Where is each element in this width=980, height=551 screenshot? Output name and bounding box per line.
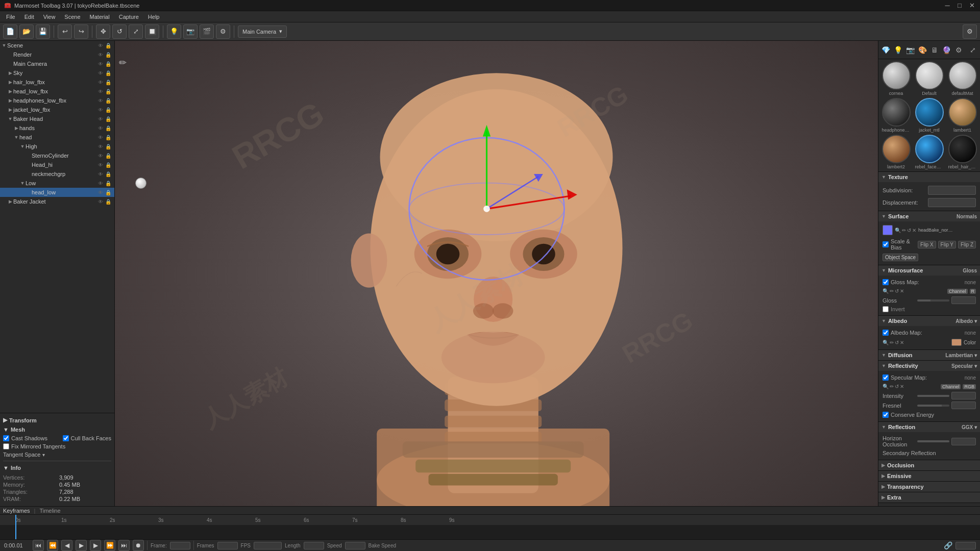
albedo-refresh-icon[interactable]: ↺ — [895, 340, 899, 345]
gloss-clear-icon[interactable]: ✕ — [900, 288, 904, 294]
swatch-item-lambert1[interactable]: lambert1 — [947, 98, 978, 133]
albedo-header[interactable]: ▼ Albedo Albedo ▾ — [878, 316, 980, 326]
swatch-item-default[interactable]: Default — [914, 61, 945, 96]
tree-item-head_folder[interactable]: ▼head👁🔒 — [0, 133, 114, 142]
rt-sphere-icon[interactable]: 💎 — [880, 43, 891, 57]
tree-lock-high[interactable]: 🔒 — [105, 144, 112, 149]
scale-bias-checkbox[interactable] — [883, 241, 889, 247]
surface-header[interactable]: ▼ Surface Normals — [878, 211, 980, 221]
tree-eye-sternocylinder[interactable]: 👁 — [98, 153, 105, 159]
paint-tool-icon[interactable]: ✏ — [119, 57, 127, 68]
tree-lock-hair_low_fbx[interactable]: 🔒 — [105, 80, 112, 85]
tree-eye-hair_low_fbx[interactable]: 👁 — [98, 80, 105, 85]
viewport[interactable]: RRCG 人人素材 RRCG 人人素材 RRCG ✏ — [115, 41, 878, 506]
intensity-value[interactable]: 1.0 — [951, 392, 976, 399]
albedo-checkbox[interactable] — [883, 330, 889, 336]
toolbar-settings[interactable]: ⚙ — [963, 24, 977, 39]
transform-header[interactable]: ▶ Transform — [3, 415, 111, 425]
tree-item-high[interactable]: ▼High👁🔒 — [0, 142, 114, 151]
conserve-checkbox[interactable] — [883, 412, 889, 418]
cull-back-faces-checkbox[interactable] — [63, 435, 69, 441]
swatch-item-lambert2[interactable]: lambert2 — [880, 135, 912, 169]
albedo-edit-icon[interactable]: ✏ — [890, 340, 894, 345]
albedo-clear-icon[interactable]: ✕ — [900, 340, 904, 345]
flip-x-btn[interactable]: Flip X — [918, 241, 936, 248]
gloss-search-icon[interactable]: 🔍 — [883, 288, 889, 294]
tree-item-baker_head[interactable]: ▼Baker Head👁🔒 — [0, 114, 114, 123]
swatch-item-jacket_mtl[interactable]: jacket_mtl — [914, 98, 945, 133]
diffusion-header[interactable]: ▼ Diffusion Lambertian ▾ — [878, 350, 980, 360]
tree-eye-main_camera[interactable]: 👁 — [98, 61, 105, 67]
normal-refresh-icon[interactable]: ↺ — [907, 228, 911, 233]
gloss-slider[interactable] — [917, 299, 950, 302]
close-btn[interactable]: ✕ — [968, 2, 976, 10]
tree-eye-baker_jacket[interactable]: 👁 — [98, 199, 105, 205]
displacement-dropdown[interactable] — [928, 198, 976, 207]
maximize-btn[interactable]: □ — [955, 2, 964, 10]
rt-bake-icon[interactable]: ⚙ — [953, 43, 964, 57]
link-value-input[interactable]: 300 — [955, 542, 976, 549]
length-input[interactable]: 10.000 — [304, 542, 324, 549]
rt-camera-icon[interactable]: 📷 — [905, 43, 916, 57]
albedo-color-swatch[interactable] — [951, 339, 962, 346]
gloss-edit-icon[interactable]: ✏ — [890, 288, 894, 294]
titlebar-controls[interactable]: ─ □ ✕ — [943, 2, 976, 10]
tree-lock-head_low[interactable]: 🔒 — [105, 190, 112, 195]
toolbar-light[interactable]: 💡 — [167, 24, 181, 39]
subdivision-dropdown[interactable] — [928, 186, 976, 195]
tree-item-head_low[interactable]: head_low👁🔒 — [0, 188, 114, 197]
camera-dropdown[interactable]: Main Camera ▾ — [238, 26, 287, 38]
toolbar-scale[interactable]: ⤢ — [129, 24, 143, 39]
spec-edit-icon[interactable]: ✏ — [890, 384, 894, 389]
emissive-header[interactable]: ▶ Emissive — [878, 471, 980, 481]
flip-y-btn[interactable]: Flip Y — [938, 241, 956, 248]
rt-postfx-icon[interactable]: 🎨 — [917, 43, 928, 57]
flip-z-btn[interactable]: Flip Z — [958, 241, 976, 248]
tree-item-render[interactable]: Render👁🔒 — [0, 50, 114, 59]
extra-header[interactable]: ▶ Extra — [878, 492, 980, 503]
specular-checkbox[interactable] — [883, 374, 889, 381]
tl-step-fwd-btn[interactable]: ▶ — [90, 540, 101, 551]
tl-prev-btn[interactable]: ⏪ — [47, 540, 58, 551]
tree-item-hair_low_fbx[interactable]: ▶hair_low_fbx👁🔒 — [0, 78, 114, 87]
mesh-header[interactable]: ▼ Mesh — [3, 425, 111, 434]
albedo-search-icon[interactable]: 🔍 — [883, 340, 889, 345]
reflection-header[interactable]: ▼ Reflection GGX ▾ — [878, 422, 980, 432]
toolbar-undo[interactable]: ↩ — [58, 24, 72, 39]
spec-refresh-icon[interactable]: ↺ — [895, 384, 899, 389]
tree-eye-head_folder[interactable]: 👁 — [98, 135, 105, 140]
toolbar-save[interactable]: 💾 — [36, 24, 50, 39]
tree-lock-render[interactable]: 🔒 — [105, 52, 112, 58]
current-frame-input[interactable]: 1 — [170, 542, 190, 549]
swatch-item-defaultmat[interactable]: defaultMat — [947, 61, 978, 96]
tree-eye-neckmechgrp[interactable]: 👁 — [98, 171, 105, 177]
tree-lock-headphones_low_fbx[interactable]: 🔒 — [105, 98, 112, 104]
tree-item-headphones_low_fbx[interactable]: ▶headphones_low_fbx👁🔒 — [0, 96, 114, 105]
tree-eye-low[interactable]: 👁 — [98, 181, 105, 186]
swatch-item-rebel_hair_mtl[interactable]: rebel_hair_mtl — [947, 135, 978, 169]
tree-lock-head_hi[interactable]: 🔒 — [105, 162, 112, 168]
tree-item-head_low_fbx[interactable]: ▶head_low_fbx👁🔒 — [0, 87, 114, 96]
tree-item-low[interactable]: ▼Low👁🔒 — [0, 179, 114, 188]
horizon-slider[interactable] — [917, 440, 950, 442]
horizon-value[interactable]: 1.0 — [951, 438, 976, 445]
tree-item-scene[interactable]: ▼Scene👁🔒 — [0, 41, 114, 50]
menu-item-file[interactable]: File — [2, 13, 19, 21]
menu-item-help[interactable]: Help — [144, 13, 164, 21]
tree-eye-baker_head[interactable]: 👁 — [98, 116, 105, 122]
tree-eye-hands[interactable]: 👁 — [98, 126, 105, 131]
fps-input[interactable]: 30.000 — [254, 542, 282, 549]
swatch-item-headphones[interactable]: headphones... — [880, 98, 912, 133]
tree-item-neckmechgrp[interactable]: neckmechgrp👁🔒 — [0, 169, 114, 179]
rt-render-icon[interactable]: 🖥 — [929, 43, 940, 57]
toolbar-bake[interactable]: ⚙ — [216, 24, 230, 39]
toolbar-open[interactable]: 📂 — [19, 24, 34, 39]
tree-lock-head_low_fbx[interactable]: 🔒 — [105, 89, 112, 94]
tree-lock-head_folder[interactable]: 🔒 — [105, 135, 112, 140]
reflectivity-header[interactable]: ▼ Reflectivity Specular ▾ — [878, 361, 980, 371]
invert-checkbox[interactable] — [883, 306, 889, 312]
tree-eye-head_low_fbx[interactable]: 👁 — [98, 89, 105, 94]
tree-eye-high[interactable]: 👁 — [98, 144, 105, 149]
tree-lock-low[interactable]: 🔒 — [105, 181, 112, 186]
toolbar-move[interactable]: ✥ — [96, 24, 110, 39]
